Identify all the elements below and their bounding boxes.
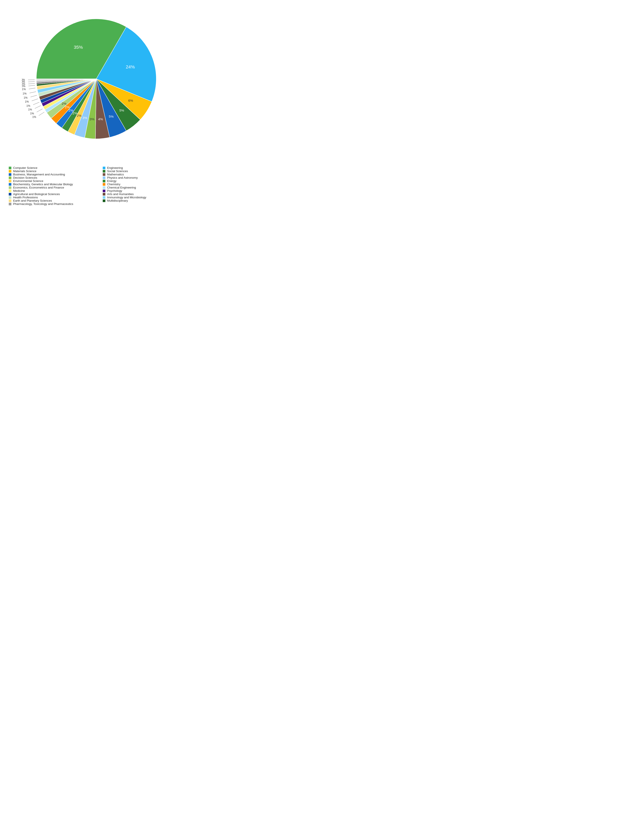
- pie-outside-label: 1%: [22, 88, 26, 91]
- legend-item: Immunology and Microbiology: [103, 196, 188, 199]
- legend-item: Mathematics: [103, 173, 188, 176]
- legend-item: Biochemistry, Genetics and Molecular Bio…: [9, 183, 94, 186]
- pie-label: 5%: [119, 108, 124, 112]
- pie-label: 35%: [74, 45, 83, 50]
- legend-item-label: Agricultural and Biological Sciences: [13, 193, 60, 196]
- legend-item-label: Environmental Science: [13, 179, 43, 183]
- legend-item: Engineering: [103, 166, 188, 169]
- legend-item: Decision Sciences: [9, 176, 94, 179]
- legend-item: Energy: [103, 179, 188, 183]
- legend-item: Economics, Econometrics and Finance: [9, 186, 94, 189]
- pie-chart-svg: 35%24%6%5%5%4%3%3%2%2%2%2%2%1%1%1%1%1%1%…: [22, 6, 175, 155]
- legend-color-swatch: [9, 183, 11, 186]
- legend-color-swatch: [103, 177, 105, 179]
- pie-label: 3%: [82, 116, 87, 120]
- legend-color-swatch: [103, 180, 105, 182]
- legend-color-swatch: [9, 167, 11, 169]
- legend-color-swatch: [103, 190, 105, 192]
- legend-color-swatch: [103, 173, 105, 176]
- legend-item-label: Multidisciplinary: [107, 199, 128, 202]
- pie-label: 4%: [98, 117, 103, 121]
- pie-label: 5%: [109, 114, 114, 118]
- legend-item: Environmental Science: [9, 179, 94, 183]
- pie-outside-label: 0%: [22, 78, 25, 81]
- legend-color-swatch: [103, 170, 105, 172]
- pie-outside-label: 1%: [25, 100, 29, 103]
- legend-left: Computer ScienceMaterials ScienceBusines…: [9, 166, 94, 205]
- pie-outside-label: 1%: [28, 108, 32, 111]
- pie-label-line: [28, 83, 35, 84]
- legend-right: EngineeringSocial SciencesMathematicsPhy…: [103, 166, 188, 205]
- legend-item-label: Arts and Humanities: [107, 193, 134, 196]
- legend-item-label: Medicine: [13, 189, 25, 193]
- legend-item-label: Computer Science: [13, 166, 38, 169]
- pie-label-line: [30, 92, 36, 93]
- legend-color-swatch: [9, 199, 11, 202]
- legend-item-label: Chemistry: [107, 183, 121, 186]
- legend-item-label: Pharmacology, Toxicology and Pharmaceuti…: [13, 202, 73, 205]
- legend-color-swatch: [9, 193, 11, 196]
- legend-item: Social Sciences: [103, 169, 188, 173]
- legend-color-swatch: [103, 186, 105, 189]
- legend-item: Medicine: [9, 189, 94, 193]
- legend-item: Arts and Humanities: [103, 193, 188, 196]
- legend-item-label: Mathematics: [107, 173, 124, 176]
- legend-item-label: Business, Management and Accounting: [13, 173, 65, 176]
- legend-color-swatch: [9, 180, 11, 182]
- legend-color-swatch: [103, 196, 105, 199]
- legend-color-swatch: [9, 196, 11, 199]
- legend-item-label: Health Professions: [13, 196, 38, 199]
- legend-item: Materials Science: [9, 169, 94, 173]
- legend-item-label: Energy: [107, 179, 116, 183]
- legend-item: Psychology: [103, 189, 188, 193]
- pie-outside-label: 1%: [23, 96, 28, 99]
- legend-color-swatch: [9, 177, 11, 179]
- legend-item: Health Professions: [9, 196, 94, 199]
- pie-label: 6%: [128, 99, 133, 102]
- legend-item-label: Social Sciences: [107, 169, 128, 173]
- pie-label: 3%: [89, 117, 94, 121]
- pie-outside-label: 1%: [23, 92, 27, 95]
- legend-item: Chemistry: [103, 183, 188, 186]
- pie-outside-label: 1%: [32, 116, 36, 119]
- legend-color-swatch: [9, 170, 11, 172]
- legend-color-swatch: [9, 203, 11, 205]
- legend-item-label: Earth and Planetary Sciences: [13, 199, 52, 202]
- legend-color-swatch: [103, 193, 105, 196]
- legend-item-label: Biochemistry, Genetics and Molecular Bio…: [13, 183, 73, 186]
- pie-label-line: [37, 109, 42, 112]
- legend-color-swatch: [103, 167, 105, 169]
- pie-outside-label: 1%: [30, 112, 34, 115]
- pie-label-line: [29, 88, 35, 89]
- legend-item-label: Physics and Astronomy: [107, 176, 138, 179]
- pie-label-line: [28, 81, 35, 82]
- pie-label-line: [32, 99, 38, 101]
- legend-item-label: Materials Science: [13, 169, 36, 173]
- legend-item-label: Chemical Engineering: [107, 186, 136, 189]
- legend-color-swatch: [103, 183, 105, 186]
- legend-item-label: Immunology and Microbiology: [107, 196, 146, 199]
- legend-item-label: Engineering: [107, 166, 123, 169]
- legend-item-label: Decision Sciences: [13, 176, 37, 179]
- legend-item: Physics and Astronomy: [103, 176, 188, 179]
- legend-item-label: Economics, Econometrics and Finance: [13, 186, 64, 189]
- pie-label-line: [35, 106, 41, 108]
- legend-item: Computer Science: [9, 166, 94, 169]
- pie-label-line: [28, 85, 35, 86]
- pie-label: 2%: [77, 114, 81, 118]
- legend-item-label: Psychology: [107, 189, 122, 193]
- legend: Computer ScienceMaterials ScienceBusines…: [5, 164, 192, 208]
- legend-color-swatch: [103, 199, 105, 202]
- legend-color-swatch: [9, 173, 11, 176]
- legend-color-swatch: [9, 190, 11, 192]
- legend-color-swatch: [9, 186, 11, 189]
- pie-label-line: [39, 112, 44, 116]
- pie-chart-container: 35%24%6%5%5%4%3%3%2%2%2%2%2%1%1%1%1%1%1%…: [5, 5, 192, 157]
- legend-item: Business, Management and Accounting: [9, 173, 94, 176]
- legend-item: Earth and Planetary Sciences: [9, 199, 94, 202]
- legend-item: Agricultural and Biological Sciences: [9, 193, 94, 196]
- legend-item: Multidisciplinary: [103, 199, 188, 202]
- legend-item: Pharmacology, Toxicology and Pharmaceuti…: [9, 202, 94, 205]
- pie-label: 24%: [126, 64, 135, 69]
- pie-label-line: [31, 96, 37, 97]
